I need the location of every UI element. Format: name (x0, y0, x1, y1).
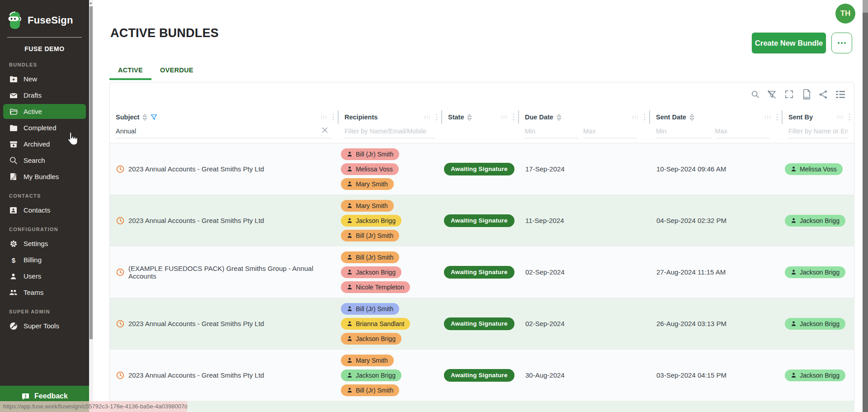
tab-overdue[interactable]: OVERDUE (151, 66, 202, 80)
recipient-chip[interactable]: Jackson Brigg (341, 266, 401, 278)
sent-date: 03-Sep-2024 04:15 PM (650, 350, 783, 401)
recipient-chip[interactable]: Bill (Jr) Smith (341, 230, 399, 242)
sidebar-item-teams[interactable]: Teams (3, 285, 86, 300)
sidebar-item-settings[interactable]: Settings (3, 236, 86, 251)
recipient-name: Jackson Brigg (356, 335, 396, 342)
create-new-bundle-button[interactable]: Create New Bundle (752, 33, 826, 53)
users-icon (9, 289, 18, 296)
recipient-name: Brianna Sandlant (356, 320, 404, 327)
column-list-icon (835, 90, 846, 99)
filter-max-due-date[interactable] (583, 127, 637, 138)
filter-min-due-date[interactable] (525, 127, 579, 138)
recipient-chip[interactable]: Bill (Jr) Smith (341, 303, 399, 315)
sidebar-item-contacts[interactable]: Contacts (3, 203, 86, 218)
recipient-chip[interactable]: Mary Smith (341, 355, 394, 366)
bundle-row[interactable]: 2023 Annual Accounts - Great Smiths Pty … (110, 195, 854, 246)
filter-input-subject[interactable] (116, 127, 331, 138)
scrollbar-up-arrow[interactable] (90, 2, 92, 4)
sidebar-item-search[interactable]: Search (3, 153, 86, 168)
drafts-icon (9, 92, 18, 99)
recipient-chip[interactable]: Jackson Brigg (341, 215, 401, 227)
column-menu-icon (436, 114, 438, 121)
column-header-subject[interactable]: Subject (110, 108, 339, 127)
folder-icon (9, 124, 18, 132)
sidebar-item-archived[interactable]: Archived (3, 137, 86, 152)
bundle-row[interactable]: Mary Smith (110, 401, 854, 412)
column-header-state[interactable]: State (442, 108, 519, 127)
sidebar-scrollbar[interactable] (89, 0, 93, 412)
column-header-recipients[interactable]: Recipients (339, 108, 442, 127)
tab-active[interactable]: ACTIVE (109, 66, 151, 80)
recipient-name: Bill (Jr) Smith (356, 305, 393, 313)
sidebar-item-users[interactable]: Users (3, 269, 86, 284)
person-icon (791, 166, 797, 172)
filter-funnel-icon (151, 114, 157, 121)
person-icon (347, 232, 353, 238)
toolbar-fullscreen-icon-button[interactable] (784, 89, 794, 101)
recipient-chip[interactable]: Mary Smith (341, 200, 394, 212)
folder-open-icon (9, 108, 18, 115)
user-avatar[interactable]: TH (835, 4, 855, 24)
toolbar-filter-off-icon-button[interactable] (766, 89, 777, 101)
drag-handle-icon (424, 115, 431, 119)
clear-filter-button[interactable] (322, 127, 328, 134)
user-icon (9, 273, 18, 280)
recipient-chip[interactable]: Bill (Jr) Smith (341, 251, 399, 263)
recipient-chip[interactable]: Bill (Jr) Smith (341, 148, 399, 160)
sidebar-item-completed[interactable]: Completed (3, 120, 86, 135)
toolbar-search-icon-button[interactable] (751, 90, 760, 100)
filter-input-recipients[interactable] (344, 127, 435, 138)
sidebar-item-super-tools[interactable]: Super Tools (3, 318, 86, 333)
sidebar-item-label: Settings (24, 240, 48, 247)
filter-max-sent-date[interactable] (715, 127, 770, 138)
recipient-chip[interactable]: Brianna Sandlant (341, 318, 410, 330)
toolbar-share-icon-button[interactable] (818, 90, 828, 101)
sidebar-scrollbar-thumb[interactable] (90, 6, 93, 339)
column-label: Recipients (344, 114, 377, 121)
bundle-row[interactable]: 2023 Annual Accounts - Great Smiths Pty … (110, 350, 854, 401)
recipient-chip[interactable]: Jackson Brigg (341, 369, 401, 381)
search-icon (9, 156, 18, 165)
filter-min-sent-date[interactable] (656, 127, 711, 138)
sidebar-item-label: New (24, 75, 37, 83)
recipient-chip[interactable]: Jackson Brigg (341, 333, 401, 345)
sidebar-item-drafts[interactable]: Drafts (3, 88, 86, 103)
toolbar-column-list-icon-button[interactable] (835, 90, 846, 100)
column-header-sent-date[interactable]: Sent Date (650, 108, 783, 127)
sidebar-item-billing[interactable]: $Billing (3, 252, 86, 267)
sidebar-item-new[interactable]: New (3, 71, 86, 86)
recipient-chip[interactable]: Melissa Voss (341, 163, 399, 175)
state-badge: Awaiting Signature (444, 369, 514, 382)
main-scrollbar-thumb[interactable] (863, 13, 868, 412)
sidebar-item-active[interactable]: Active (3, 104, 86, 119)
column-header-due-date[interactable]: Due Date (519, 108, 650, 127)
main-scrollbar[interactable] (863, 0, 868, 412)
sent-by-chip[interactable]: Jackson Brigg (785, 318, 845, 330)
person-icon (347, 336, 353, 341)
app-logo[interactable]: FuseSign (0, 0, 89, 30)
recipient-name: Bill (Jr) Smith (356, 232, 393, 239)
due-date: 30-Aug-2024 (519, 350, 650, 401)
sent-by-chip[interactable]: Melissa Voss (785, 163, 843, 175)
sent-by-chip[interactable]: Jackson Brigg (785, 369, 845, 381)
bundle-row[interactable]: (EXAMPLE FUSEDOCS PACK) Great Smiths Gro… (110, 246, 854, 298)
toolbar-csv-export-icon-button[interactable]: csv (801, 89, 811, 101)
person-icon (791, 321, 797, 327)
recipient-chip[interactable]: Mary Smith (341, 178, 394, 190)
sidebar-item-my-bundles[interactable]: My Bundles (3, 169, 86, 184)
gear-icon (9, 240, 18, 248)
recipient-chip[interactable]: Bill (Jr) Smith (341, 384, 399, 396)
sent-by-chip[interactable]: Jackson Brigg (785, 215, 845, 227)
filter-off-icon (766, 89, 777, 100)
column-header-sent-by[interactable]: Sent By (783, 108, 854, 127)
recipient-chip[interactable]: Nicole Templeton (341, 281, 410, 293)
filter-input-sent-by[interactable] (788, 127, 848, 138)
more-options-button[interactable] (831, 33, 852, 53)
nav-section-configuration: CONFIGURATION (0, 219, 89, 235)
person-icon (347, 372, 353, 378)
sidebar-item-label: Active (24, 108, 42, 115)
sent-by-chip[interactable]: Jackson Brigg (785, 266, 845, 278)
contact-card-icon (9, 207, 18, 214)
bundle-row[interactable]: 2023 Annual Accounts - Great Smiths Pty … (110, 298, 854, 350)
bundle-row[interactable]: 2023 Annual Accounts - Great Smiths Pty … (110, 143, 854, 195)
